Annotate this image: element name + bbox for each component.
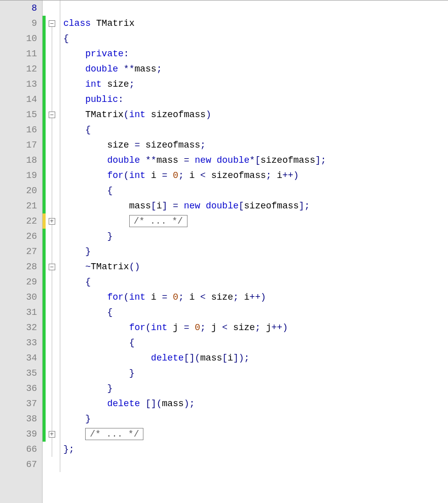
code-token: ]); [233, 353, 249, 363]
line-number[interactable]: 67 [6, 457, 37, 472]
line-number[interactable]: 34 [6, 350, 37, 366]
code-line[interactable]: size = sizeofmass; [60, 137, 448, 153]
fold-cell [46, 153, 58, 168]
line-number[interactable]: 19 [6, 168, 37, 183]
code-line[interactable]: TMatrix(int sizeofmass) [60, 107, 448, 122]
fold-cell [46, 198, 58, 213]
line-number[interactable]: 36 [6, 381, 37, 396]
code-token: ); [184, 399, 195, 409]
code-line[interactable]: }; [60, 442, 448, 457]
line-number[interactable]: 29 [6, 274, 37, 290]
code-line[interactable]: } [60, 229, 448, 244]
code-text-area[interactable]: class TMatrix{ private: double **mass; i… [58, 1, 448, 503]
code-token [211, 155, 217, 165]
code-token: ( [124, 110, 129, 120]
line-number[interactable]: 9 [6, 16, 37, 31]
fold-cell [46, 168, 58, 183]
code-line[interactable]: /* ... */ [60, 213, 448, 229]
code-line[interactable]: { [60, 274, 448, 290]
line-number[interactable]: 11 [6, 46, 37, 61]
code-token [167, 201, 173, 211]
code-token: () [129, 262, 140, 272]
code-line[interactable]: ~TMatrix() [60, 259, 448, 274]
code-line[interactable]: delete [](mass); [60, 396, 448, 411]
line-number[interactable]: 26 [6, 229, 37, 244]
code-line[interactable]: private: [60, 46, 448, 61]
code-line[interactable]: { [60, 31, 448, 46]
code-token: delete [151, 353, 184, 363]
line-number[interactable]: 39 [6, 426, 37, 442]
line-number[interactable]: 21 [6, 198, 37, 213]
fold-expand-icon[interactable]: + [49, 431, 55, 438]
code-line[interactable]: { [60, 183, 448, 198]
line-number[interactable]: 10 [6, 31, 37, 46]
code-line[interactable]: } [60, 381, 448, 396]
code-token: size [102, 79, 129, 89]
code-line[interactable]: for(int j = 0; j < size; j++) [60, 320, 448, 335]
folded-region[interactable]: /* ... */ [129, 215, 188, 227]
code-line[interactable]: public: [60, 92, 448, 107]
line-number[interactable]: 15 [6, 107, 37, 122]
code-line[interactable]: mass[i] = new double[sizeofmass]; [60, 198, 448, 213]
line-number[interactable]: 13 [6, 77, 37, 92]
line-number[interactable]: 37 [6, 396, 37, 411]
code-line[interactable] [60, 457, 448, 472]
code-token: 0 [173, 170, 178, 181]
code-token: int [85, 79, 101, 89]
code-line[interactable]: { [60, 335, 448, 350]
fold-cell [46, 137, 58, 153]
code-token: = [184, 322, 190, 333]
code-token: = [173, 201, 178, 211]
code-token: } [85, 414, 91, 424]
code-line[interactable]: } [60, 366, 448, 381]
code-token: mass [162, 399, 183, 409]
code-line[interactable]: delete[](mass[i]); [60, 350, 448, 366]
code-token: = [162, 170, 167, 181]
code-token: new [195, 155, 211, 165]
line-number[interactable]: 31 [6, 305, 37, 320]
fold-gutter[interactable]: −−+−+ [46, 1, 58, 503]
code-token: []( [145, 399, 162, 409]
code-line[interactable]: /* ... */ [60, 426, 448, 442]
code-line[interactable]: { [60, 122, 448, 137]
fold-cell [46, 77, 58, 92]
fold-collapse-icon[interactable]: − [49, 112, 55, 118]
line-number[interactable]: 28 [6, 259, 37, 274]
code-line[interactable]: } [60, 244, 448, 259]
line-number[interactable]: 33 [6, 335, 37, 350]
code-line[interactable] [60, 1, 448, 16]
line-number[interactable]: 12 [6, 61, 37, 77]
code-line[interactable]: { [60, 305, 448, 320]
fold-expand-icon[interactable]: + [49, 218, 55, 225]
line-number-gutter[interactable]: 8910111213141516171819202122262728293031… [6, 1, 43, 503]
line-number[interactable]: 18 [6, 153, 37, 168]
code-token: ; [233, 292, 239, 302]
code-line[interactable]: class TMatrix [60, 16, 448, 31]
line-number[interactable]: 8 [6, 1, 37, 16]
code-line[interactable]: for(int i = 0; i < size; i++) [60, 290, 448, 305]
line-number[interactable]: 32 [6, 320, 37, 335]
line-number[interactable]: 20 [6, 183, 37, 198]
line-number[interactable]: 17 [6, 137, 37, 153]
line-number[interactable]: 27 [6, 244, 37, 259]
code-line[interactable]: double **mass; [60, 61, 448, 77]
folded-region[interactable]: /* ... */ [85, 428, 143, 440]
line-number[interactable]: 38 [6, 411, 37, 426]
code-line[interactable]: int size; [60, 77, 448, 92]
code-line[interactable]: for(int i = 0; i < sizeofmass; i++) [60, 168, 448, 183]
line-number[interactable]: 14 [6, 92, 37, 107]
code-token: i [184, 170, 200, 181]
code-line[interactable]: double **mass = new double*[sizeofmass]; [60, 153, 448, 168]
line-number[interactable]: 16 [6, 122, 37, 137]
line-number[interactable]: 35 [6, 366, 37, 381]
code-line[interactable]: } [60, 411, 448, 426]
fold-collapse-icon[interactable]: − [49, 264, 55, 270]
gutter-margin [0, 1, 6, 503]
fold-collapse-icon[interactable]: − [49, 20, 55, 27]
code-editor[interactable]: 8910111213141516171819202122262728293031… [0, 0, 448, 503]
line-number[interactable]: 22 [6, 213, 37, 229]
line-number[interactable]: 30 [6, 290, 37, 305]
code-token: double [85, 64, 118, 74]
code-token: { [85, 125, 91, 135]
line-number[interactable]: 66 [6, 442, 37, 457]
